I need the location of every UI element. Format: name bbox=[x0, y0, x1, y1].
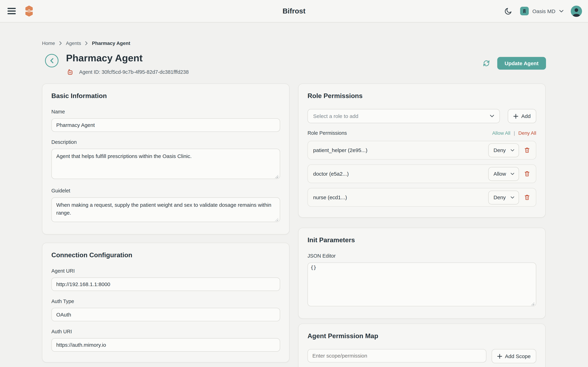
json-editor-label: JSON Editor bbox=[307, 253, 536, 259]
add-scope-button[interactable]: Add Scope bbox=[491, 349, 536, 363]
role-row: doctor (e5a2...) Allow bbox=[307, 165, 536, 183]
auth-uri-input[interactable] bbox=[52, 338, 280, 352]
right-column: Role Permissions Select a role to add bbox=[298, 83, 546, 367]
update-agent-button[interactable]: Update Agent bbox=[497, 57, 546, 70]
org-badge-icon bbox=[520, 7, 528, 15]
agent-uri-input[interactable] bbox=[52, 277, 280, 291]
connection-configuration-card: Connection Configuration Agent URI Auth … bbox=[42, 243, 289, 363]
org-switcher[interactable]: Oasis MD bbox=[520, 7, 564, 15]
permission-value: Deny bbox=[493, 147, 506, 153]
agent-permission-map-card: Agent Permission Map Add Scope No scopes… bbox=[298, 324, 546, 367]
app-title: Bifrost bbox=[0, 7, 588, 15]
auth-type-label: Auth Type bbox=[52, 299, 280, 304]
breadcrumb-current: Pharmacy Agent bbox=[92, 40, 130, 46]
hamburger-menu-button[interactable] bbox=[6, 5, 17, 17]
delete-role-button[interactable] bbox=[523, 193, 531, 201]
description-label: Description bbox=[52, 139, 280, 145]
breadcrumb: Home Agents Pharmacy Agent bbox=[42, 23, 546, 46]
allow-all-link[interactable]: Allow All bbox=[492, 130, 510, 136]
agent-id-text: Agent ID: 30fcf5cd-9c7b-4f95-82d7-dc381f… bbox=[79, 69, 189, 75]
app-root: Bifrost Oasis MD bbox=[0, 0, 588, 367]
permission-value: Allow bbox=[493, 171, 506, 177]
plus-icon bbox=[497, 354, 502, 359]
deny-all-link[interactable]: Deny All bbox=[518, 130, 536, 136]
trash-icon bbox=[524, 147, 530, 154]
permission-select[interactable]: Deny bbox=[488, 191, 519, 204]
breadcrumb-home[interactable]: Home bbox=[42, 40, 55, 46]
auth-uri-label: Auth URI bbox=[52, 329, 280, 334]
page-title: Pharmacy Agent bbox=[66, 52, 189, 64]
trash-icon bbox=[524, 194, 530, 201]
guidelet-textarea[interactable]: When making a request, supply the patien… bbox=[52, 197, 280, 222]
add-role-button[interactable]: Add bbox=[508, 109, 536, 123]
chevron-down-icon bbox=[510, 173, 515, 175]
basic-information-card: Basic Information Name Description Agent… bbox=[42, 83, 289, 234]
name-input[interactable] bbox=[52, 118, 280, 132]
auth-type-input[interactable] bbox=[52, 308, 280, 321]
chevron-left-icon bbox=[50, 58, 54, 64]
scope-input[interactable] bbox=[307, 349, 486, 362]
guidelet-label: Guidelet bbox=[52, 188, 280, 194]
init-parameters-card: Init Parameters JSON Editor {} bbox=[298, 228, 546, 319]
role-select-dropdown[interactable]: Select a role to add bbox=[307, 109, 500, 123]
plus-icon bbox=[513, 114, 518, 118]
init-parameters-title: Init Parameters bbox=[307, 236, 536, 244]
chevron-right-icon bbox=[59, 41, 62, 45]
page-header: Pharmacy Agent Agent ID: 30fcf5cd-9c7b-4… bbox=[42, 52, 546, 76]
role-row: patient_helper (2e95...) Deny bbox=[307, 141, 536, 159]
agent-permission-map-title: Agent Permission Map bbox=[307, 332, 536, 340]
add-role-button-label: Add bbox=[521, 113, 531, 119]
bifrost-logo-icon bbox=[24, 5, 34, 17]
robot-icon bbox=[67, 68, 73, 76]
chevron-down-icon bbox=[490, 115, 494, 118]
description-textarea[interactable]: Agent that helps fulfill prescriptions w… bbox=[52, 149, 280, 179]
role-list-label: Role Permissions bbox=[307, 130, 347, 136]
permission-select[interactable]: Allow bbox=[488, 167, 519, 181]
left-column: Basic Information Name Description Agent… bbox=[42, 83, 289, 362]
user-avatar[interactable] bbox=[571, 5, 582, 17]
permission-value: Deny bbox=[493, 194, 506, 200]
basic-information-title: Basic Information bbox=[52, 92, 280, 100]
chevron-down-icon bbox=[559, 10, 564, 13]
dark-mode-toggle[interactable] bbox=[503, 6, 513, 16]
chevron-down-icon bbox=[510, 196, 515, 199]
connection-configuration-title: Connection Configuration bbox=[52, 251, 280, 259]
delete-role-button[interactable] bbox=[523, 146, 531, 154]
moon-icon bbox=[504, 7, 512, 15]
delete-role-button[interactable] bbox=[523, 170, 531, 178]
refresh-button[interactable] bbox=[482, 59, 491, 68]
trash-icon bbox=[524, 170, 530, 177]
name-label: Name bbox=[52, 109, 280, 115]
main-content: Home Agents Pharmacy Agent Pharmacy Agen… bbox=[0, 23, 588, 367]
breadcrumb-agents[interactable]: Agents bbox=[66, 40, 81, 46]
agent-uri-label: Agent URI bbox=[52, 268, 280, 274]
top-bar: Bifrost Oasis MD bbox=[0, 0, 588, 23]
role-permissions-card: Role Permissions Select a role to add bbox=[298, 83, 546, 217]
chevron-down-icon bbox=[510, 149, 515, 151]
role-row: nurse (ecd1...) Deny bbox=[307, 188, 536, 207]
json-editor-textarea[interactable]: {} bbox=[307, 262, 536, 306]
org-name: Oasis MD bbox=[532, 8, 555, 14]
chevron-right-icon bbox=[85, 41, 88, 45]
role-select-placeholder: Select a role to add bbox=[313, 113, 358, 119]
back-button[interactable] bbox=[45, 54, 59, 67]
permission-select[interactable]: Deny bbox=[488, 143, 519, 157]
role-name: patient_helper (2e95...) bbox=[313, 147, 367, 153]
bulk-links-divider: | bbox=[514, 130, 515, 136]
refresh-icon bbox=[483, 60, 490, 67]
add-scope-button-label: Add Scope bbox=[505, 353, 531, 359]
role-name: nurse (ecd1...) bbox=[313, 194, 347, 200]
role-permissions-title: Role Permissions bbox=[307, 92, 536, 100]
role-name: doctor (e5a2...) bbox=[313, 171, 349, 177]
